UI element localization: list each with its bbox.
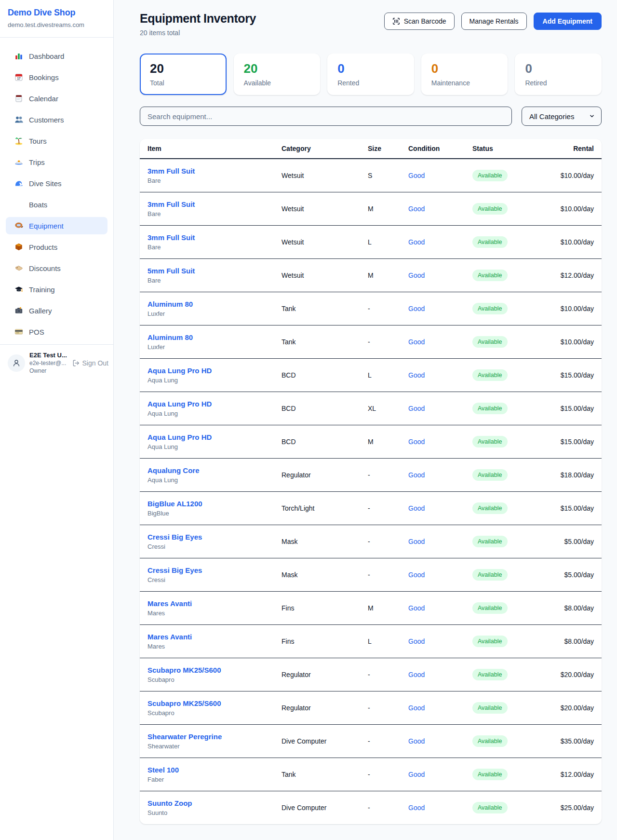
category-cell: Dive Computer <box>282 791 368 824</box>
sidebar-item-dashboard[interactable]: Dashboard <box>6 47 107 65</box>
condition-link[interactable]: Good <box>408 671 425 678</box>
condition-link[interactable]: Good <box>408 804 425 812</box>
item-cell: Aqua Lung Pro HDAqua Lung <box>140 392 282 425</box>
size-cell: - <box>368 691 408 724</box>
condition-link[interactable]: Good <box>408 771 425 778</box>
condition-link[interactable]: Good <box>408 538 425 545</box>
item-link[interactable]: 5mm Full Suit <box>148 267 195 275</box>
condition-link[interactable]: Good <box>408 371 425 379</box>
item-link[interactable]: Scubapro MK25/S600 <box>148 699 221 707</box>
condition-link[interactable]: Good <box>408 471 425 479</box>
table-row: Scubapro MK25/S600ScubaproRegulator-Good… <box>140 691 602 724</box>
condition-link[interactable]: Good <box>408 504 425 512</box>
sidebar-nav: Dashboard17BookingsCalendarCustomersTour… <box>0 38 113 340</box>
sidebar-item-boats[interactable]: Boats <box>6 196 107 213</box>
item-link[interactable]: Aluminum 80 <box>148 300 193 308</box>
item-link[interactable]: Scubapro MK25/S600 <box>148 666 221 674</box>
sidebar-item-discounts[interactable]: Discounts <box>6 259 107 277</box>
status-cell: Available <box>472 658 546 691</box>
scan-barcode-button[interactable]: Scan Barcode <box>384 13 455 30</box>
item-brand: Bare <box>148 244 282 251</box>
condition-link[interactable]: Good <box>408 305 425 312</box>
item-link[interactable]: Cressi Big Eyes <box>148 566 202 574</box>
stat-card-total[interactable]: 20Total <box>140 54 227 95</box>
condition-link[interactable]: Good <box>408 571 425 579</box>
condition-cell: Good <box>408 658 472 691</box>
condition-cell: Good <box>408 624 472 658</box>
stat-value: 0 <box>337 62 404 75</box>
size-cell: M <box>368 591 408 624</box>
item-link[interactable]: 3mm Full Suit <box>148 200 195 208</box>
stat-label: Retired <box>525 79 591 87</box>
condition-link[interactable]: Good <box>408 737 425 745</box>
condition-link[interactable]: Good <box>408 438 425 446</box>
sign-out-label: Sign Out <box>82 359 108 367</box>
stat-card-rented[interactable]: 0Rented <box>327 54 414 95</box>
sidebar-item-trips[interactable]: Trips <box>6 153 107 171</box>
condition-link[interactable]: Good <box>408 172 425 179</box>
sidebar-item-tours[interactable]: Tours <box>6 132 107 149</box>
condition-link[interactable]: Good <box>408 405 425 412</box>
item-link[interactable]: Aqualung Core <box>148 466 200 474</box>
person-icon <box>12 358 21 368</box>
brand-name[interactable]: Demo Dive Shop <box>8 8 106 18</box>
item-link[interactable]: Suunto Zoop <box>148 799 192 807</box>
condition-link[interactable]: Good <box>408 637 425 645</box>
condition-link[interactable]: Good <box>408 604 425 612</box>
item-link[interactable]: Aqua Lung Pro HD <box>148 433 212 441</box>
manage-rentals-button[interactable]: Manage Rentals <box>461 13 527 30</box>
condition-link[interactable]: Good <box>408 238 425 246</box>
item-link[interactable]: Aluminum 80 <box>148 333 193 341</box>
add-equipment-button[interactable]: Add Equipment <box>534 13 602 30</box>
sidebar-item-products[interactable]: Products <box>6 238 107 256</box>
item-link[interactable]: BigBlue AL1200 <box>148 500 202 508</box>
search-input[interactable] <box>140 107 512 126</box>
speedboat-icon <box>14 158 23 166</box>
sidebar-item-gallery[interactable]: Gallery <box>6 302 107 319</box>
item-cell: Mares AvantiMares <box>140 624 282 658</box>
rental-cell: $10.00/day <box>546 225 602 258</box>
sign-out-button[interactable]: Sign Out <box>72 359 108 367</box>
stat-card-available[interactable]: 20Available <box>234 54 321 95</box>
category-select[interactable]: All Categories <box>522 107 602 126</box>
chevron-down-icon <box>589 113 595 120</box>
item-link[interactable]: Cressi Big Eyes <box>148 533 202 541</box>
item-link[interactable]: Shearwater Peregrine <box>148 732 222 741</box>
status-badge: Available <box>472 469 508 481</box>
sidebar-item-training[interactable]: Training <box>6 281 107 298</box>
sidebar-item-calendar[interactable]: Calendar <box>6 90 107 107</box>
item-link[interactable]: Aqua Lung Pro HD <box>148 366 212 375</box>
category-cell: BCD <box>282 392 368 425</box>
people-icon <box>14 115 23 124</box>
sidebar-item-bookings[interactable]: 17Bookings <box>6 68 107 86</box>
item-link[interactable]: Mares Avanti <box>148 633 192 641</box>
sidebar-item-equipment[interactable]: Equipment <box>6 217 107 234</box>
size-cell: - <box>368 525 408 558</box>
sidebar-item-customers[interactable]: Customers <box>6 111 107 128</box>
condition-link[interactable]: Good <box>408 271 425 279</box>
dive-mask-icon <box>14 221 23 230</box>
sidebar-item-label: Discounts <box>29 264 61 272</box>
stat-card-maintenance[interactable]: 0Maintenance <box>421 54 508 95</box>
rental-cell: $12.00/day <box>546 758 602 791</box>
rental-cell: $10.00/day <box>546 192 602 225</box>
condition-link[interactable]: Good <box>408 205 425 213</box>
sidebar-item-pos[interactable]: POS <box>6 323 107 340</box>
rental-cell: $15.00/day <box>546 358 602 392</box>
condition-link[interactable]: Good <box>408 704 425 712</box>
category-cell: BCD <box>282 358 368 392</box>
sidebar-item-dive-sites[interactable]: Dive Sites <box>6 175 107 192</box>
avatar <box>8 354 25 372</box>
status-cell: Available <box>472 159 546 192</box>
rental-cell: $5.00/day <box>546 525 602 558</box>
condition-link[interactable]: Good <box>408 338 425 346</box>
item-link[interactable]: 3mm Full Suit <box>148 167 195 175</box>
item-brand: Aqua Lung <box>148 443 282 450</box>
stat-card-retired[interactable]: 0Retired <box>515 54 602 95</box>
status-badge: Available <box>472 669 508 680</box>
item-link[interactable]: Aqua Lung Pro HD <box>148 400 212 408</box>
status-cell: Available <box>472 292 546 325</box>
item-link[interactable]: Steel 100 <box>148 766 179 774</box>
item-link[interactable]: 3mm Full Suit <box>148 233 195 242</box>
item-link[interactable]: Mares Avanti <box>148 599 192 608</box>
